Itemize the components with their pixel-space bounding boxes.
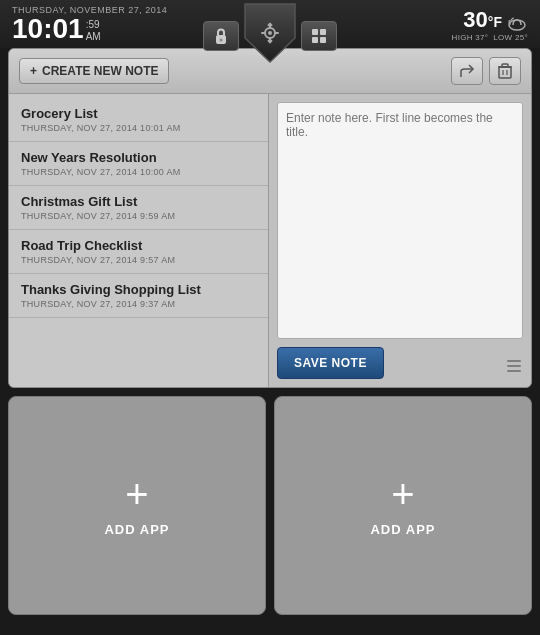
time-hour: 10:01	[12, 15, 84, 43]
share-button[interactable]	[451, 57, 483, 85]
weather-high-low: HIGH 37° LOW 25°	[452, 33, 528, 42]
create-new-button[interactable]: + CREATE NEW NOTE	[19, 58, 169, 84]
time-detail: :59 AM	[86, 19, 101, 43]
note-editor: SAVE NOTE	[269, 94, 531, 387]
note-date: THURSDAY, NOV 27, 2014 9:57 AM	[21, 255, 256, 265]
note-date: THURSDAY, NOV 27, 2014 10:00 AM	[21, 167, 256, 177]
list-view-icon[interactable]	[505, 357, 523, 379]
shield-icon	[243, 0, 297, 64]
notes-app: + CREATE NEW NOTE	[8, 48, 532, 388]
svg-rect-23	[507, 370, 521, 372]
note-title: New Years Resolution	[21, 150, 256, 165]
note-title: Road Trip Checklist	[21, 238, 256, 253]
plus-icon-right: +	[391, 474, 414, 514]
note-list[interactable]: Grocery List THURSDAY, NOV 27, 2014 10:0…	[9, 94, 269, 387]
svg-rect-6	[261, 32, 266, 34]
note-input[interactable]	[277, 102, 523, 339]
top-center-nav	[203, 0, 337, 64]
plus-icon-left: +	[125, 474, 148, 514]
add-app-tile-left[interactable]: + ADD APP	[8, 396, 266, 615]
create-new-label: CREATE NEW NOTE	[42, 64, 158, 78]
temperature: 30°F	[463, 7, 502, 33]
list-item[interactable]: New Years Resolution THURSDAY, NOV 27, 2…	[9, 142, 268, 186]
time-main: 10:01 :59 AM	[12, 15, 167, 43]
save-note-button[interactable]: SAVE NOTE	[277, 347, 384, 379]
note-title: Christmas Gift List	[21, 194, 256, 209]
cloud-icon	[506, 11, 528, 33]
svg-rect-12	[312, 29, 318, 35]
svg-rect-21	[507, 360, 521, 362]
note-date: THURSDAY, NOV 27, 2014 10:01 AM	[21, 123, 256, 133]
svg-point-3	[268, 31, 272, 35]
trash-icon	[498, 63, 512, 79]
svg-rect-15	[320, 37, 326, 43]
svg-rect-7	[274, 32, 279, 34]
svg-rect-13	[320, 29, 326, 35]
svg-point-1	[220, 39, 223, 42]
note-title: Thanks Giving Shopping List	[21, 282, 256, 297]
grid-button[interactable]	[301, 21, 337, 51]
plus-icon: +	[30, 64, 37, 78]
note-title: Grocery List	[21, 106, 256, 121]
toolbar-right	[451, 57, 521, 85]
svg-rect-18	[502, 64, 508, 67]
list-item[interactable]: Thanks Giving Shopping List THURSDAY, NO…	[9, 274, 268, 318]
note-date: THURSDAY, NOV 27, 2014 9:59 AM	[21, 211, 256, 221]
list-item[interactable]: Road Trip Checklist THURSDAY, NOV 27, 20…	[9, 230, 268, 274]
svg-point-16	[509, 20, 525, 30]
add-app-label-left: ADD APP	[104, 522, 169, 537]
svg-rect-17	[499, 67, 511, 78]
list-item[interactable]: Christmas Gift List THURSDAY, NOV 27, 20…	[9, 186, 268, 230]
add-app-label-right: ADD APP	[370, 522, 435, 537]
bottom-area: + ADD APP + ADD APP	[0, 388, 540, 623]
time-seconds: :59	[86, 19, 101, 31]
list-item[interactable]: Grocery List THURSDAY, NOV 27, 2014 10:0…	[9, 98, 268, 142]
status-bar: THURSDAY, NOVEMBER 27, 2014 10:01 :59 AM	[0, 0, 540, 48]
time-ampm: AM	[86, 31, 101, 43]
delete-button[interactable]	[489, 57, 521, 85]
svg-rect-22	[507, 365, 521, 367]
share-icon	[459, 63, 475, 79]
weather-block: 30°F HIGH 37° LOW 25°	[452, 7, 528, 42]
lock-button[interactable]	[203, 21, 239, 51]
time-block: THURSDAY, NOVEMBER 27, 2014 10:01 :59 AM	[12, 6, 167, 43]
note-date: THURSDAY, NOV 27, 2014 9:37 AM	[21, 299, 256, 309]
app-content: Grocery List THURSDAY, NOV 27, 2014 10:0…	[9, 94, 531, 387]
add-app-tile-right[interactable]: + ADD APP	[274, 396, 532, 615]
svg-rect-14	[312, 37, 318, 43]
